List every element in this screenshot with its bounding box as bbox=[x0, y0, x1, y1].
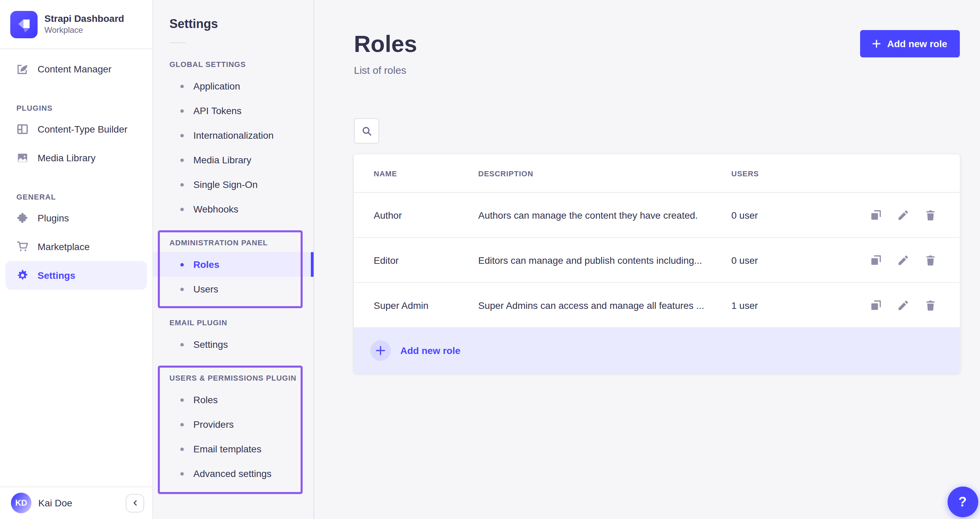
sidebar-item-plugins[interactable]: Plugins bbox=[0, 204, 152, 232]
subnav-item-admin-roles[interactable]: Roles bbox=[153, 252, 313, 277]
avatar[interactable]: KD bbox=[11, 493, 32, 513]
table-row[interactable]: Editor Editors can manage and publish co… bbox=[354, 238, 959, 283]
roles-table: NAME DESCRIPTION USERS Author Authors ca… bbox=[354, 154, 959, 373]
collapse-sidebar-button[interactable] bbox=[126, 494, 144, 512]
role-name: Editor bbox=[374, 255, 478, 266]
subnav-item-label: Roles bbox=[193, 394, 218, 405]
subnav-item-email-settings[interactable]: Settings bbox=[153, 332, 313, 357]
bullet-icon bbox=[180, 287, 184, 291]
subnav-item-api-tokens[interactable]: API Tokens bbox=[153, 99, 313, 123]
role-users-count: 0 user bbox=[731, 255, 848, 266]
role-users-count: 0 user bbox=[731, 209, 848, 220]
main-sidebar: Strapi Dashboard Workplace Content Manag… bbox=[0, 0, 153, 519]
app-window: Strapi Dashboard Workplace Content Manag… bbox=[0, 0, 980, 519]
strapi-logo-icon bbox=[10, 11, 38, 38]
table-row[interactable]: Super Admin Super Admins can access and … bbox=[354, 283, 959, 328]
delete-role-button[interactable] bbox=[924, 209, 936, 221]
edit-role-button[interactable] bbox=[897, 299, 909, 311]
sidebar-item-content-type-builder[interactable]: Content-Type Builder bbox=[0, 115, 152, 143]
trash-icon bbox=[924, 299, 936, 311]
subnav-item-label: Advanced settings bbox=[193, 468, 272, 479]
workspace-switcher[interactable]: Strapi Dashboard Workplace bbox=[0, 0, 152, 49]
picture-icon bbox=[16, 152, 29, 164]
sidebar-footer: KD Kai Doe bbox=[0, 486, 152, 519]
bullet-icon bbox=[180, 472, 184, 475]
role-users-count: 1 user bbox=[731, 300, 848, 310]
subnav-item-label: Application bbox=[193, 81, 240, 92]
bullet-icon bbox=[180, 447, 184, 451]
bullet-icon bbox=[180, 263, 184, 266]
duplicate-icon bbox=[869, 254, 881, 266]
active-item-indicator bbox=[311, 252, 313, 277]
subnav-item-label: Single Sign-On bbox=[193, 179, 258, 190]
subnav-item-up-advanced-settings[interactable]: Advanced settings bbox=[153, 461, 313, 486]
bullet-icon bbox=[180, 343, 184, 346]
subnav-item-up-roles[interactable]: Roles bbox=[153, 387, 313, 412]
subnav-item-label: Email templates bbox=[193, 444, 261, 454]
subnav-item-internationalization[interactable]: Internationalization bbox=[153, 123, 313, 148]
duplicate-role-button[interactable] bbox=[869, 254, 881, 266]
search-button[interactable] bbox=[354, 118, 379, 143]
sidebar-item-label: Plugins bbox=[38, 213, 69, 223]
duplicate-role-button[interactable] bbox=[869, 209, 881, 221]
role-description: Authors can manage the content they have… bbox=[478, 209, 731, 220]
sidebar-item-media-library[interactable]: Media Library bbox=[0, 143, 152, 172]
subnav-item-up-email-templates[interactable]: Email templates bbox=[153, 437, 313, 461]
sidebar-item-marketplace[interactable]: Marketplace bbox=[0, 232, 152, 261]
column-header-users: USERS bbox=[731, 169, 848, 177]
add-new-role-button[interactable]: Add new role bbox=[860, 30, 959, 57]
subnav-item-label: Internationalization bbox=[193, 130, 274, 141]
edit-pencil-icon bbox=[897, 299, 909, 311]
bullet-icon bbox=[180, 84, 184, 88]
subnav-item-single-sign-on[interactable]: Single Sign-On bbox=[153, 172, 313, 197]
subnav-title: Settings bbox=[169, 16, 313, 32]
primary-nav: Content Manager PLUGINS Content-Type Bui… bbox=[0, 49, 152, 290]
sidebar-section-plugins: PLUGINS bbox=[16, 104, 136, 112]
edit-role-button[interactable] bbox=[897, 254, 909, 266]
subnav-item-label: Settings bbox=[193, 339, 228, 350]
edit-role-button[interactable] bbox=[897, 209, 909, 221]
subnav-item-label: Media Library bbox=[193, 154, 251, 166]
subnav-section-administration-panel: ADMINISTRATION PANEL bbox=[169, 239, 297, 248]
trash-icon bbox=[924, 254, 936, 266]
edit-pencil-icon bbox=[897, 254, 909, 266]
sidebar-item-content-manager[interactable]: Content Manager bbox=[0, 55, 152, 83]
workspace-name: Workplace bbox=[45, 25, 124, 35]
app-title: Strapi Dashboard bbox=[45, 13, 124, 25]
add-new-role-row[interactable]: Add new role bbox=[354, 328, 959, 373]
sidebar-item-label: Marketplace bbox=[38, 241, 90, 252]
role-description: Super Admins can access and manage all f… bbox=[478, 300, 731, 310]
trash-icon bbox=[924, 209, 936, 221]
bullet-icon bbox=[180, 398, 184, 401]
sidebar-item-settings[interactable]: Settings bbox=[5, 261, 147, 290]
delete-role-button[interactable] bbox=[924, 299, 936, 311]
plus-icon bbox=[872, 40, 880, 48]
edit-pencil-icon bbox=[897, 209, 909, 221]
role-name: Author bbox=[374, 209, 478, 220]
table-row[interactable]: Author Authors can manage the content th… bbox=[354, 193, 959, 238]
delete-role-button[interactable] bbox=[924, 254, 936, 266]
subnav-item-webhooks[interactable]: Webhooks bbox=[153, 197, 313, 221]
page-title: Roles bbox=[354, 30, 417, 57]
bullet-icon bbox=[180, 183, 184, 186]
subnav-item-application[interactable]: Application bbox=[153, 74, 313, 99]
help-button[interactable]: ? bbox=[947, 486, 978, 517]
user-name: Kai Doe bbox=[38, 497, 119, 508]
layout-grid-icon bbox=[16, 123, 29, 135]
bullet-icon bbox=[180, 158, 184, 162]
duplicate-icon bbox=[869, 299, 881, 311]
sidebar-item-label: Content-Type Builder bbox=[38, 124, 127, 135]
sidebar-item-label: Content Manager bbox=[38, 64, 111, 75]
plus-circle-icon bbox=[370, 340, 391, 361]
subnav-item-label: Webhooks bbox=[193, 204, 239, 215]
subnav-item-media-library[interactable]: Media Library bbox=[153, 148, 313, 172]
cart-icon bbox=[16, 240, 29, 253]
subnav-item-admin-users[interactable]: Users bbox=[153, 277, 313, 301]
duplicate-role-button[interactable] bbox=[869, 299, 881, 311]
puzzle-icon bbox=[16, 212, 29, 224]
subnav-item-up-providers[interactable]: Providers bbox=[153, 412, 313, 437]
subnav-item-label: API Tokens bbox=[193, 105, 242, 116]
sidebar-section-general: GENERAL bbox=[16, 193, 136, 201]
duplicate-icon bbox=[869, 209, 881, 221]
column-header-description: DESCRIPTION bbox=[478, 169, 731, 177]
